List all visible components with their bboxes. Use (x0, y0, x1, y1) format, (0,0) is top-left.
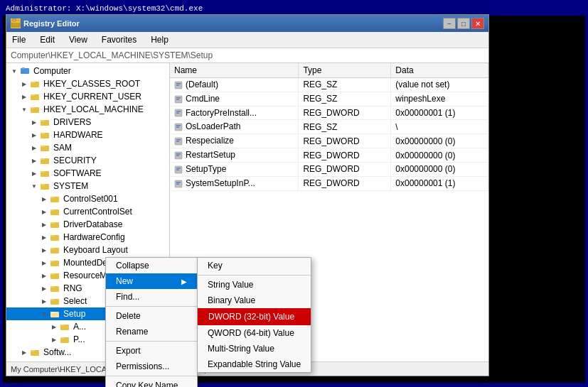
folder-hardware (39, 130, 50, 140)
ctx-delete-label: Delete (116, 311, 141, 321)
toggle-hklm[interactable] (19, 104, 29, 114)
cell-name: FactoryPreInstall... (170, 106, 299, 120)
minimize-button[interactable]: − (443, 18, 456, 29)
cell-type: REG_DWORD (299, 162, 391, 176)
menu-view[interactable]: View (66, 33, 90, 46)
cell-data: 0x00000001 (1) (391, 106, 488, 120)
folder-hkcu (29, 92, 41, 102)
toggle-setup-p[interactable] (49, 334, 59, 344)
ctx-delete[interactable]: Delete (106, 308, 197, 324)
toggle-mounteddevices[interactable] (39, 258, 49, 268)
ctx-new-arrow: ▶ (181, 278, 187, 285)
table-row[interactable]: SystemSetupInP...REG_DWORD0x00000001 (1) (170, 176, 488, 190)
toggle-driverdatabase[interactable] (39, 219, 49, 229)
toggle-setup-a[interactable] (49, 322, 59, 332)
svg-rect-8 (31, 94, 35, 96)
toggle-hkcu[interactable] (19, 92, 29, 102)
toggle-resourcemanager[interactable] (39, 271, 49, 280)
toggle-currentcontrolset[interactable] (39, 207, 49, 217)
sub-expandable-value[interactable]: Expandable String Value (198, 356, 311, 372)
toggle-system[interactable] (29, 181, 39, 191)
svg-rect-67 (176, 141, 179, 143)
cell-name: RestartSetup (170, 148, 299, 163)
tree-item-driverdatabase[interactable]: DriverDatabase (6, 218, 169, 231)
sub-binary-value[interactable]: Binary Value (198, 293, 311, 308)
toggle-software[interactable] (29, 168, 39, 178)
toggle-hardware[interactable] (29, 130, 39, 140)
ctx-collapse[interactable]: Collapse (106, 258, 197, 273)
folder-sam (39, 143, 50, 153)
svg-rect-66 (176, 139, 181, 141)
toggle-soft[interactable] (19, 347, 29, 357)
svg-rect-57 (176, 97, 181, 99)
toggle-setup[interactable] (39, 309, 49, 319)
svg-rect-44 (60, 325, 65, 326)
tree-item-hkcu[interactable]: HKEY_CURRENT_USER (6, 90, 169, 103)
cell-data: 0x00000000 (0) (391, 134, 488, 148)
svg-rect-10 (31, 107, 35, 109)
tree-item-hardware[interactable]: HARDWARE (6, 129, 169, 141)
toggle-select[interactable] (39, 296, 49, 306)
window-controls: − □ ✕ (443, 18, 484, 29)
toggle-hardwareconfig[interactable] (39, 232, 49, 242)
svg-rect-34 (50, 261, 55, 262)
ctx-export[interactable]: Export (106, 343, 197, 359)
sub-qword-value[interactable]: QWORD (64-bit) Value (198, 325, 311, 341)
menu-favorites[interactable]: Favorites (99, 33, 139, 46)
toggle-drivers[interactable] (29, 117, 39, 127)
close-button[interactable]: ✕ (471, 18, 484, 29)
toggle-keyboardlayout[interactable] (39, 245, 49, 255)
ctx-permissions-label: Permissions... (116, 361, 169, 371)
tree-item-software[interactable]: SOFTWARE (6, 167, 169, 180)
tree-item-controlset001[interactable]: ControlSet001 (6, 192, 169, 205)
table-row[interactable]: FactoryPreInstall...REG_DWORD0x00000001 … (170, 106, 488, 120)
ctx-new[interactable]: New ▶ (106, 273, 197, 289)
ctx-rename[interactable]: Rename (106, 324, 197, 339)
menu-file[interactable]: File (9, 33, 28, 46)
toggle-security[interactable] (29, 156, 39, 165)
table-row[interactable]: OsLoaderPathREG_SZ\ (170, 120, 488, 134)
table-row[interactable]: RespecializeREG_DWORD0x00000000 (0) (170, 134, 488, 148)
toggle-sam[interactable] (29, 143, 39, 153)
sub-string-value[interactable]: String Value (198, 277, 311, 293)
table-row[interactable]: (Default)REG_SZ(value not set) (170, 78, 488, 92)
svg-rect-4 (22, 67, 25, 69)
table-row[interactable]: SetupTypeREG_DWORD0x00000000 (0) (170, 162, 488, 176)
tree-item-system[interactable]: SYSTEM (6, 180, 169, 192)
label-sam: SAM (52, 142, 169, 153)
toggle-rng[interactable] (39, 283, 49, 293)
tree-item-drivers[interactable]: DRIVERS (6, 116, 169, 129)
svg-rect-73 (176, 169, 179, 170)
tree-item-hklm[interactable]: HKEY_LOCAL_MACHINE (6, 103, 169, 116)
tree-item-currentcontrolset[interactable]: CurrentControlSet (6, 205, 169, 218)
svg-rect-70 (176, 155, 179, 156)
toggle-hkcr[interactable] (19, 79, 29, 89)
toggle-controlset001[interactable] (39, 194, 49, 204)
svg-rect-28 (50, 222, 55, 224)
ctx-copykeyname[interactable]: Copy Key Name (106, 378, 197, 387)
menu-edit[interactable]: Edit (37, 33, 58, 46)
tree-item-computer[interactable]: Computer (6, 65, 169, 77)
tree-item-hardwareconfig[interactable]: HardwareConfig (6, 231, 169, 244)
table-row[interactable]: CmdLineREG_SZwinpeshLexe (170, 92, 488, 106)
svg-rect-2 (13, 19, 16, 21)
tree-item-security[interactable]: SECURITY (6, 154, 169, 167)
folder-controlset001 (49, 194, 60, 204)
cell-data: 0x00000000 (0) (391, 162, 488, 176)
svg-rect-3 (21, 68, 29, 74)
toggle-computer[interactable] (9, 66, 19, 76)
maximize-button[interactable]: □ (457, 18, 470, 29)
tree-item-hkcr[interactable]: HKEY_CLASSES_ROOT (6, 77, 169, 90)
sub-key[interactable]: Key (198, 258, 311, 273)
tree-item-sam[interactable]: SAM (6, 141, 169, 154)
menu-help[interactable]: Help (148, 33, 171, 46)
svg-rect-55 (176, 85, 179, 86)
tree-item-keyboardlayout[interactable]: Keyboard Layout (6, 244, 169, 256)
col-name: Name (170, 63, 299, 78)
sub-multistring-value[interactable]: Multi-String Value (198, 341, 311, 356)
ctx-permissions[interactable]: Permissions... (106, 359, 197, 374)
ctx-find[interactable]: Find... (106, 289, 197, 305)
table-row[interactable]: RestartSetupREG_DWORD0x00000000 (0) (170, 148, 488, 163)
cell-type: REG_DWORD (299, 134, 391, 148)
sub-dword-value[interactable]: DWORD (32-bit) Value (198, 308, 311, 325)
